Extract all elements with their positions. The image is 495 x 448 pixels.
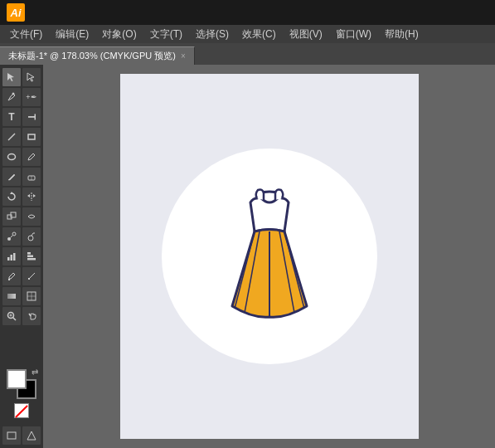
title-bar: Ai bbox=[0, 0, 495, 25]
symbol-spray-tool[interactable] bbox=[22, 227, 41, 246]
zoom-tool[interactable] bbox=[2, 307, 21, 325]
svg-rect-20 bbox=[13, 253, 16, 261]
tab-label: 未标题-1* @ 178.03% (CMYK/GPU 预览) bbox=[8, 50, 176, 62]
svg-marker-0 bbox=[7, 73, 14, 81]
ai-logo-text: Ai bbox=[11, 7, 22, 19]
rect-tool[interactable] bbox=[22, 128, 41, 146]
main-area: +✒ T T bbox=[0, 65, 495, 448]
svg-point-15 bbox=[12, 232, 16, 236]
menu-object[interactable]: 对象(O) bbox=[95, 25, 143, 43]
svg-line-32 bbox=[13, 318, 17, 321]
eraser-tool[interactable] bbox=[22, 168, 41, 186]
mesh-tool[interactable] bbox=[22, 287, 41, 305]
color-area: ⇄ bbox=[2, 366, 41, 421]
swap-colors-icon[interactable]: ⇄ bbox=[32, 368, 38, 377]
menu-bar: 文件(F) 编辑(E) 对象(O) 文字(T) 选择(S) 效果(C) 视图(V… bbox=[0, 25, 495, 43]
line-tool[interactable] bbox=[2, 128, 21, 146]
svg-rect-36 bbox=[7, 432, 16, 439]
bar-graph-tool[interactable] bbox=[22, 247, 41, 265]
none-color-icon[interactable] bbox=[14, 403, 29, 418]
svg-point-17 bbox=[28, 236, 33, 241]
vtype-icon: T bbox=[26, 114, 37, 119]
svg-rect-4 bbox=[28, 134, 35, 139]
svg-line-3 bbox=[8, 134, 15, 140]
menu-select[interactable]: 选择(S) bbox=[189, 25, 235, 43]
menu-text[interactable]: 文字(T) bbox=[143, 25, 189, 43]
pencil-tool[interactable] bbox=[2, 168, 21, 186]
menu-edit[interactable]: 编辑(E) bbox=[49, 25, 95, 43]
vertical-type-tool[interactable]: T bbox=[22, 108, 41, 126]
change-screen-mode[interactable] bbox=[22, 426, 41, 445]
direct-selection-tool[interactable] bbox=[22, 68, 41, 86]
svg-marker-11 bbox=[33, 194, 36, 197]
svg-point-14 bbox=[7, 237, 11, 241]
artboard bbox=[120, 74, 419, 439]
pen-tool[interactable] bbox=[2, 88, 21, 106]
type-tool[interactable]: T bbox=[2, 108, 21, 126]
canvas-area[interactable] bbox=[43, 65, 495, 448]
add-anchor-icon: +✒ bbox=[26, 93, 36, 101]
svg-rect-21 bbox=[27, 252, 31, 255]
add-anchor-tool[interactable]: +✒ bbox=[22, 88, 41, 106]
svg-rect-19 bbox=[11, 255, 13, 261]
scale-tool[interactable] bbox=[2, 207, 21, 226]
svg-line-16 bbox=[11, 236, 13, 238]
svg-point-5 bbox=[8, 154, 16, 160]
reflect-tool[interactable] bbox=[22, 187, 41, 206]
menu-help[interactable]: 帮助(H) bbox=[378, 25, 425, 43]
menu-file[interactable]: 文件(F) bbox=[3, 25, 49, 43]
color-boxes[interactable]: ⇄ bbox=[7, 369, 36, 399]
measure-tool[interactable] bbox=[22, 267, 41, 285]
svg-point-2 bbox=[12, 93, 15, 95]
selection-tool[interactable] bbox=[2, 68, 21, 86]
tab-close-button[interactable]: × bbox=[181, 51, 186, 61]
document-tab[interactable]: 未标题-1* @ 178.03% (CMYK/GPU 预览) × bbox=[0, 46, 195, 65]
foreground-color-box[interactable] bbox=[7, 369, 27, 389]
rotate-tool[interactable] bbox=[2, 187, 21, 206]
svg-marker-37 bbox=[27, 431, 36, 440]
svg-rect-23 bbox=[27, 258, 36, 261]
menu-window[interactable]: 窗口(W) bbox=[329, 25, 378, 43]
menu-view[interactable]: 视图(V) bbox=[283, 25, 329, 43]
svg-rect-22 bbox=[27, 256, 33, 258]
svg-rect-18 bbox=[7, 257, 10, 261]
column-graph-tool[interactable] bbox=[2, 247, 21, 265]
svg-marker-10 bbox=[27, 194, 30, 197]
tab-bar: 未标题-1* @ 178.03% (CMYK/GPU 预览) × bbox=[0, 43, 495, 65]
blend-tool[interactable] bbox=[2, 227, 21, 246]
svg-marker-1 bbox=[27, 73, 34, 81]
gradient-tool[interactable] bbox=[2, 287, 21, 305]
hand-tool[interactable] bbox=[22, 307, 41, 325]
svg-rect-27 bbox=[7, 294, 16, 299]
dress-illustration bbox=[211, 182, 328, 331]
svg-rect-24 bbox=[8, 279, 10, 280]
menu-effect[interactable]: 效果(C) bbox=[235, 25, 283, 43]
warp-tool[interactable] bbox=[22, 207, 41, 226]
circle-background bbox=[162, 149, 377, 364]
screen-mode-button[interactable] bbox=[2, 426, 21, 445]
ellipse-tool[interactable] bbox=[2, 148, 21, 166]
paintbrush-tool[interactable] bbox=[22, 148, 41, 166]
type-icon: T bbox=[8, 111, 14, 123]
left-toolbar: +✒ T T bbox=[0, 65, 43, 448]
app-icon: Ai bbox=[7, 3, 25, 22]
eyedropper-tool[interactable] bbox=[2, 267, 21, 285]
